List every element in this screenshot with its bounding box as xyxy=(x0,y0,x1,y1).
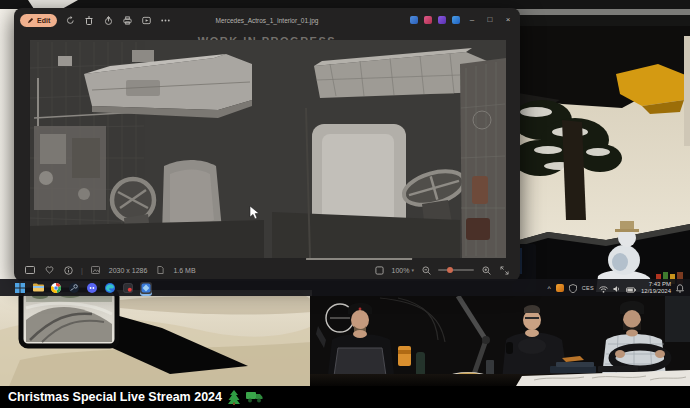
edge-icon[interactable] xyxy=(104,282,116,294)
chevron-down-icon: ▾ xyxy=(411,267,414,273)
photos-app-icon[interactable] xyxy=(140,282,152,294)
security-shield-icon[interactable] xyxy=(569,279,577,297)
file-size: 1.6 MB xyxy=(173,267,195,274)
tray-clock[interactable]: 7:43 PM 12/19/2024 xyxy=(641,281,671,295)
chrome-icon[interactable] xyxy=(50,282,62,294)
system-tray: ^ CES 7:43 PM 12/19/2024 xyxy=(547,279,684,297)
statusbar-separator: | xyxy=(81,267,83,274)
dimensions-icon xyxy=(90,264,102,276)
tray-chevron-icon[interactable]: ^ xyxy=(547,285,550,292)
photos-statusbar: | 2030 x 1286 1.6 MB 100% ▾ xyxy=(14,259,520,281)
image-dimensions: 2030 x 1286 xyxy=(109,267,148,274)
webcam-scene xyxy=(310,296,690,386)
windows-taskbar: ^ CES 7:43 PM 12/19/2024 xyxy=(0,279,690,296)
fit-to-window-icon[interactable] xyxy=(374,264,386,276)
game-scene-right xyxy=(512,9,690,299)
tray-time: 7:43 PM xyxy=(649,281,671,288)
recording-app-icon[interactable] xyxy=(122,282,134,294)
zoom-level-dropdown[interactable]: 100% ▾ xyxy=(392,267,414,274)
photos-app-window: Edit xyxy=(14,8,520,281)
christmas-tree-icon xyxy=(228,390,240,405)
zoom-out-icon[interactable] xyxy=(420,264,432,276)
stream-screenshot: Edit xyxy=(0,0,690,408)
image-viewer-canvas[interactable] xyxy=(14,8,520,281)
filmstrip-toggle-icon[interactable] xyxy=(24,264,36,276)
zoom-slider-thumb[interactable] xyxy=(447,267,453,273)
info-icon[interactable] xyxy=(62,264,74,276)
start-button-icon[interactable] xyxy=(14,282,26,294)
stream-caption: Christmas Special Live Stream 2024 xyxy=(8,390,222,404)
tray-app-icon[interactable] xyxy=(556,284,564,292)
steam-icon[interactable] xyxy=(68,282,80,294)
volume-icon[interactable] xyxy=(613,279,621,297)
zoom-level-value: 100% xyxy=(392,267,410,274)
fullscreen-icon[interactable] xyxy=(498,264,510,276)
zoom-slider[interactable] xyxy=(438,269,474,271)
delivery-truck-icon xyxy=(246,391,263,403)
notification-bell-icon[interactable] xyxy=(676,279,684,297)
favorite-heart-icon[interactable] xyxy=(43,264,55,276)
webcam-strip xyxy=(310,296,690,386)
battery-icon[interactable] xyxy=(626,279,636,297)
zoom-in-icon[interactable] xyxy=(480,264,492,276)
wifi-icon[interactable] xyxy=(599,279,608,297)
discord-icon[interactable] xyxy=(86,282,98,294)
language-indicator[interactable]: CES xyxy=(582,285,594,291)
file-explorer-icon[interactable] xyxy=(32,282,44,294)
filesize-icon xyxy=(154,264,166,276)
stream-caption-bar: Christmas Special Live Stream 2024 xyxy=(0,386,690,408)
tray-date: 12/19/2024 xyxy=(641,288,671,295)
